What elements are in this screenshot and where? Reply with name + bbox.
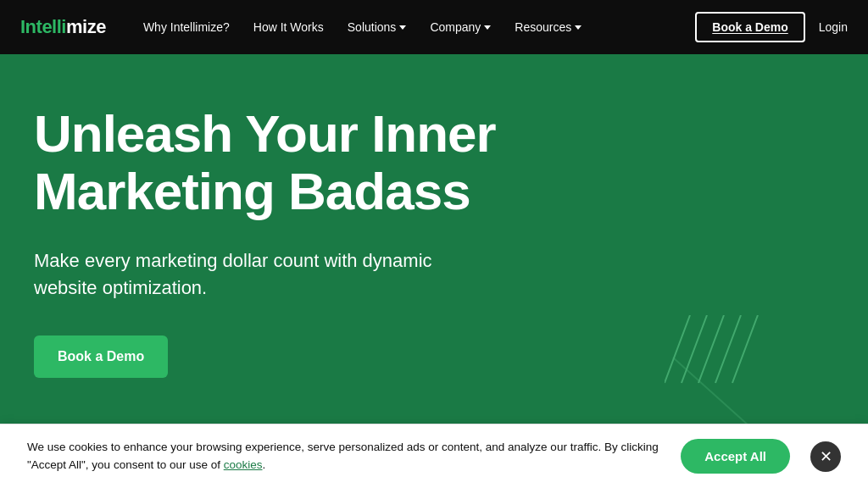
hero-headline: Unleash Your Inner Marketing Badass xyxy=(34,105,509,220)
svg-line-5 xyxy=(673,358,758,434)
close-cookie-banner-button[interactable]: ✕ xyxy=(810,441,841,472)
nav-company[interactable]: Company xyxy=(420,14,501,41)
cookie-policy-link[interactable]: cookies xyxy=(224,458,263,471)
chevron-down-icon xyxy=(484,25,491,30)
cookie-banner: We use cookies to enhance your browsing … xyxy=(0,424,868,488)
cookie-text: We use cookies to enhance your browsing … xyxy=(27,439,660,474)
chevron-down-icon xyxy=(575,25,581,30)
nav-links: Why Intellimize? How It Works Solutions … xyxy=(133,14,695,41)
accept-all-button[interactable]: Accept All xyxy=(681,439,790,474)
navigation: Intellimize Why Intellimize? How It Work… xyxy=(0,0,868,54)
nav-how-it-works[interactable]: How It Works xyxy=(243,14,334,41)
nav-book-demo-button[interactable]: Book a Demo xyxy=(695,12,804,42)
nav-solutions[interactable]: Solutions xyxy=(337,14,417,41)
nav-why-intellimize[interactable]: Why Intellimize? xyxy=(133,14,240,41)
nav-login-link[interactable]: Login xyxy=(819,20,848,34)
nav-right: Book a Demo Login xyxy=(695,12,848,42)
logo[interactable]: Intellimize xyxy=(20,16,106,38)
nav-resources[interactable]: Resources xyxy=(504,14,592,41)
chevron-down-icon xyxy=(399,25,406,30)
hero-book-demo-button[interactable]: Book a Demo xyxy=(34,336,168,378)
decorative-lines xyxy=(665,315,766,437)
hero-subheadline: Make every marketing dollar count with d… xyxy=(34,247,458,302)
